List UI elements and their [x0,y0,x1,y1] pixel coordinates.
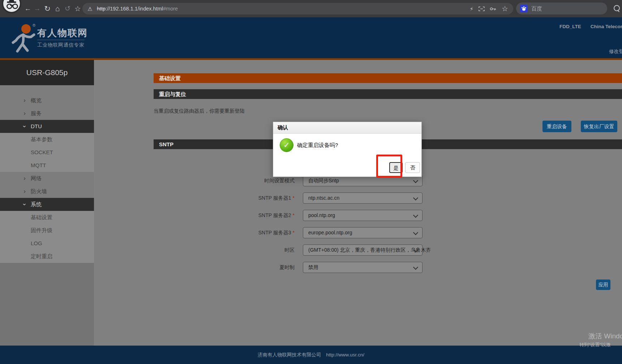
star-icon[interactable] [502,4,508,13]
baidu-logo-icon [520,5,528,12]
chevron-right-icon [22,94,27,107]
sidebar-item-firmware-upgrade[interactable]: 固件升级 [0,224,94,237]
footer-website-link[interactable]: http://www.usr.cn/ [326,352,364,358]
device-model-title: USR-G805p [0,60,94,85]
connection-status: FDD_LTEChina Telecom [559,24,622,29]
not-secure-warning-icon[interactable] [86,3,94,14]
required-marker: * [293,212,295,218]
url-text: http://192.168.1.1/index.html#more [97,3,178,14]
search-icon[interactable] [614,5,620,11]
chevron-down-icon [413,265,418,270]
address-bar-actions [470,3,508,14]
sidebar-item-scheduled-restart[interactable]: 定时重启 [0,250,94,263]
browser-toolbar: http://192.168.1.1/index.html#more [0,0,622,17]
restart-device-button[interactable]: 重启设备 [542,121,571,132]
sidebar-item-basic-params[interactable]: 基本参数 [0,133,94,146]
scan-icon[interactable] [479,6,485,11]
footer-company: 济南有人物联网技术有限公司 [258,352,321,358]
sidebar-item-basic-settings[interactable]: 基础设置 [0,211,94,224]
site-header: ® 有人物联网 工业物联网通信专家 FDD_LTEChina Telecom 修… [0,17,622,60]
apply-button[interactable]: 应用 [596,280,610,290]
chevron-down-icon [413,230,418,235]
sidebar-item-overview[interactable]: 概览 [0,94,94,107]
page: http://192.168.1.1/index.html#more [0,0,622,364]
sidebar-item-services[interactable]: 服务 [0,107,94,120]
chevron-down-icon [413,195,418,200]
required-marker: * [293,195,295,201]
sidebar: USR-G805p 概览 服务 DTU 基本参数 SOCKET MQTT 网络 … [0,60,94,346]
sidebar-item-mqtt[interactable]: MQTT [0,159,94,172]
change-password-link[interactable]: 修改登录密码 [609,48,622,55]
carrier-name: China Telecom [591,24,622,29]
sntp-server2-select[interactable]: pool.ntp.org [303,210,422,221]
footer: 济南有人物联网技术有限公司 http://www.usr.cn/ [0,346,622,364]
restart-note: 当重启或复位路由器后，你需要重新登陆 [154,108,245,114]
field-label-sntp-server3: SNTP 服务器3* [197,227,295,238]
chevron-down-icon [22,120,27,133]
reload-icon[interactable] [43,0,52,17]
field-label-sntp-server1: SNTP 服务器1* [197,192,295,204]
sidebar-item-socket[interactable]: SOCKET [0,146,94,159]
url-scheme: http [97,6,106,12]
url-host-path: ://192.168.1.1/index.html [106,6,163,12]
sidebar-item-log[interactable]: LOG [0,237,94,250]
sidebar-item-system[interactable]: 系统 [0,198,94,211]
chevron-down-icon [413,178,418,183]
chevron-right-icon [22,107,27,120]
back-icon[interactable] [23,0,33,17]
key-icon[interactable] [490,7,497,11]
url-fragment: #more [163,6,178,12]
address-bar[interactable]: http://192.168.1.1/index.html#more [82,3,513,14]
field-label-sntp-server2: SNTP 服务器2* [197,210,295,221]
search-box[interactable]: 百度 [516,3,607,14]
required-marker: * [293,230,295,235]
page-title: 基础设置 [154,73,622,83]
section-restart-reset: 重启与复位 [154,89,622,99]
timezone-select[interactable]: (GMT+08:00) 北京，重庆，香港特别行政区，乌鲁木齐 [303,244,422,256]
sidebar-item-firewall[interactable]: 防火墙 [0,185,94,198]
dialog-title: 确认 [273,122,421,134]
factory-reset-button[interactable]: 恢复出厂设置 [581,121,617,132]
sntp-server1-select[interactable]: ntp.ntsc.ac.cn [303,192,422,204]
field-label-timezone: 时区 [197,244,295,256]
chevron-down-icon [22,198,27,211]
search-engine-label: 百度 [531,3,542,14]
undo-icon[interactable] [63,0,72,17]
brand-tagline: 工业物联网通信专家 [37,40,85,48]
sidebar-item-network[interactable]: 网络 [0,172,94,185]
dialog-no-button[interactable]: 否 [405,162,420,173]
chevron-right-icon [22,185,27,198]
sntp-server3-select[interactable]: europe.pool.ntp.org [303,227,422,238]
chevron-down-icon [413,213,418,218]
sidebar-item-dtu[interactable]: DTU [0,120,94,133]
annotation-highlight-box [376,155,402,178]
home-icon[interactable] [53,0,62,17]
lightning-icon[interactable] [470,5,474,13]
incognito-icon [2,0,21,13]
svg-text:®: ® [33,23,35,27]
dialog-message: 确定重启设备吗? [297,142,338,149]
bookmark-star-icon[interactable] [73,0,82,17]
chevron-right-icon [22,172,27,185]
brand-title: 有人物联网 [37,27,88,39]
sidebar-menu: 概览 服务 DTU 基本参数 SOCKET MQTT 网络 防火墙 系统 基础设… [0,85,94,263]
windows-activation-watermark-sub: 转到“设置”以激 [579,342,611,348]
dst-select[interactable]: 禁用 [303,262,422,273]
field-label-dst: 夏时制 [197,262,295,273]
windows-activation-watermark: 激活 Windows [588,332,622,341]
usr-logo-icon: ® [11,22,37,53]
forward-icon[interactable] [33,0,42,17]
confirm-check-icon [280,138,293,152]
network-type: FDD_LTE [559,24,581,29]
